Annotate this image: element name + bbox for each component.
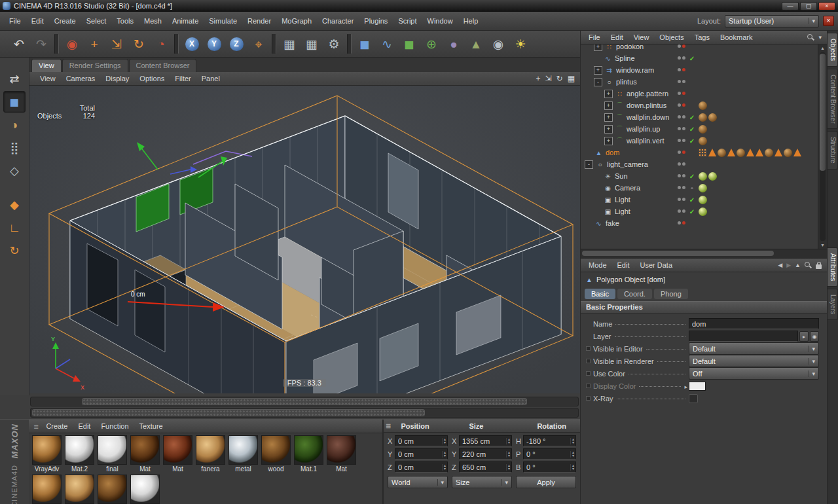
texture-tag[interactable]: [774, 149, 782, 156]
scrollbar-thumb[interactable]: [820, 54, 826, 171]
material-thumbnail[interactable]: [32, 435, 62, 465]
zoom-view-icon[interactable]: ⇲: [545, 74, 552, 83]
menu-item[interactable]: Simulate: [204, 15, 242, 27]
viewport-canvas[interactable]: 0 cm Y X: [29, 86, 580, 393]
visible-editor-dropdown[interactable]: Default▾: [689, 342, 819, 355]
menu-item[interactable]: Character: [317, 15, 359, 27]
expander-toggle[interactable]: [594, 196, 601, 204]
timeline-scrollbar[interactable]: [30, 408, 579, 418]
expander-toggle[interactable]: [594, 185, 601, 192]
object-row[interactable]: + ⌒ wallplin.vert: [581, 135, 818, 147]
materials-menu-item[interactable]: Function: [96, 422, 134, 430]
object-manager-menu-item[interactable]: Bookmark: [715, 33, 758, 41]
material-thumbnail[interactable]: [65, 475, 94, 504]
viewport-menu-item[interactable]: Panel: [196, 75, 225, 82]
menu-item[interactable]: Window: [422, 15, 458, 27]
material-item[interactable]: VrayAdv: [31, 435, 62, 473]
stepper-arrows[interactable]: ▴▾: [506, 451, 510, 458]
object-row[interactable]: ▣ Light: [581, 206, 818, 217]
expander-toggle[interactable]: +: [604, 101, 613, 110]
scale-icon[interactable]: ⇲: [105, 33, 128, 55]
material-item[interactable]: [130, 475, 160, 504]
object-label[interactable]: window.ram: [616, 66, 654, 74]
materials-menu-item[interactable]: Edit: [73, 422, 96, 430]
material-item[interactable]: final: [97, 435, 128, 473]
expander-toggle[interactable]: +: [594, 45, 602, 51]
keyframe-dot[interactable]: [586, 384, 591, 388]
stepper-arrows[interactable]: ▴▾: [570, 464, 574, 471]
apply-button[interactable]: Apply: [516, 476, 576, 488]
attribute-tab[interactable]: Coord.: [617, 289, 652, 299]
menu-item[interactable]: File: [4, 15, 26, 27]
texture-tag[interactable]: [765, 149, 773, 157]
menu-item[interactable]: Plugins: [359, 15, 393, 27]
visibility-dots[interactable]: [678, 209, 685, 213]
search-icon[interactable]: [805, 262, 812, 269]
use-color-dropdown[interactable]: Off▾: [689, 367, 819, 380]
rotation-b-field[interactable]: 0 °▴▾: [523, 461, 576, 473]
visibility-dots[interactable]: [678, 80, 685, 84]
scrollbar-thumb[interactable]: [582, 251, 774, 256]
world-system-dropdown[interactable]: World▾: [388, 476, 448, 488]
texture-tag[interactable]: [708, 113, 717, 122]
menu-item[interactable]: Animate: [167, 15, 204, 27]
visibility-dots[interactable]: [678, 151, 685, 154]
object-label[interactable]: Sun: [615, 172, 628, 180]
texture-mode-icon[interactable]: ◑: [3, 114, 26, 135]
rotate-view-icon[interactable]: ↻: [556, 74, 563, 83]
parent-object-icon[interactable]: ▲: [795, 262, 801, 268]
move-icon[interactable]: +: [83, 33, 105, 55]
add-deformer-icon[interactable]: ●: [443, 33, 465, 55]
object-label[interactable]: Spline: [615, 54, 635, 62]
expander-toggle[interactable]: [594, 208, 601, 215]
minimize-button[interactable]: —: [782, 2, 799, 10]
object-label[interactable]: wallplin.vert: [627, 137, 664, 145]
object-row[interactable]: - ○ light_camera: [581, 158, 818, 170]
coordinate-system-icon[interactable]: ⌖: [247, 33, 270, 55]
menu-item[interactable]: Render: [242, 15, 276, 27]
object-tree-hscrollbar[interactable]: [581, 249, 827, 259]
material-item[interactable]: [31, 475, 62, 504]
object-manager-menu-item[interactable]: Objects: [654, 33, 689, 41]
material-item[interactable]: Mat: [326, 435, 357, 473]
viewport-menu-item[interactable]: Cameras: [61, 75, 101, 82]
viewport-tab[interactable]: Render Settings: [62, 59, 128, 72]
panel-tab[interactable]: Objects: [828, 33, 838, 67]
keyframe-dot[interactable]: [586, 346, 591, 351]
panel-tab[interactable]: Attributes: [828, 247, 838, 287]
object-row[interactable]: ☀ Sun: [581, 170, 818, 182]
material-item[interactable]: metal: [228, 435, 259, 473]
menu-item[interactable]: Tools: [111, 15, 139, 27]
material-thumbnail[interactable]: [130, 475, 160, 504]
material-item[interactable]: Mat: [162, 435, 193, 473]
viewport-menu-item[interactable]: Options: [134, 75, 170, 82]
points-mode-icon[interactable]: ⣿: [3, 137, 26, 158]
visibility-dots[interactable]: [678, 139, 685, 143]
menu-item[interactable]: Mesh: [139, 15, 167, 27]
stepper-arrows[interactable]: ▴▾: [442, 438, 446, 444]
texture-tag[interactable]: [699, 113, 707, 122]
object-label[interactable]: plintus: [616, 78, 637, 86]
rotation-p-field[interactable]: 0 °▴▾: [523, 448, 576, 459]
expander-toggle[interactable]: [594, 55, 601, 62]
texture-tag[interactable]: [708, 172, 717, 181]
timeline-scroll-thumb[interactable]: [32, 409, 425, 416]
menu-item[interactable]: Help: [458, 15, 484, 27]
texture-tag[interactable]: [708, 149, 716, 156]
size-y-field[interactable]: 220 cm▴▾: [459, 448, 512, 459]
render-picture-viewer-icon[interactable]: ▦: [301, 33, 323, 55]
xray-checkbox[interactable]: [689, 394, 698, 403]
visibility-dots[interactable]: [678, 221, 685, 225]
lock-icon[interactable]: [816, 264, 822, 269]
material-thumbnail[interactable]: [98, 475, 127, 504]
timeline-thumb[interactable]: [82, 398, 527, 405]
object-label[interactable]: angle.pattern: [627, 90, 668, 98]
stepper-arrows[interactable]: ▴▾: [570, 438, 574, 444]
expander-toggle[interactable]: +: [604, 125, 613, 134]
object-row[interactable]: + ∷ angle.pattern: [581, 88, 818, 99]
size-mode-dropdown[interactable]: Size▾: [452, 476, 512, 488]
polygons-mode-icon[interactable]: ◆: [3, 194, 26, 215]
material-thumbnail[interactable]: [261, 435, 291, 465]
make-editable-icon[interactable]: ⇄: [3, 68, 26, 90]
texture-tag[interactable]: [699, 172, 707, 181]
